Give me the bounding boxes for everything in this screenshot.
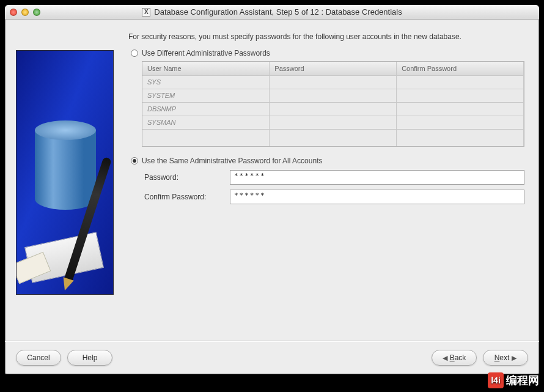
radio-icon <box>131 157 138 165</box>
cell-user: SYS <box>142 75 270 89</box>
cell-password[interactable] <box>270 116 397 129</box>
minimize-icon[interactable] <box>21 9 29 16</box>
col-confirm-password: Confirm Password <box>397 62 524 75</box>
footer: Cancel Help ◀ Back Next ▶ <box>5 341 539 374</box>
radio-same-password[interactable]: Use the Same Administrative Password for… <box>131 157 524 165</box>
window-controls <box>10 9 40 16</box>
col-user-name: User Name <box>142 62 270 75</box>
chevron-left-icon: ◀ <box>443 354 447 362</box>
cell-confirm[interactable] <box>397 89 524 102</box>
cell-user: SYSMAN <box>142 116 270 129</box>
cancel-button[interactable]: Cancel <box>16 350 61 366</box>
chevron-right-icon: ▶ <box>512 354 516 362</box>
radio-icon <box>131 50 138 57</box>
watermark: l4i 编程网 <box>488 372 539 388</box>
cell-password[interactable] <box>270 89 397 102</box>
radio-different-passwords[interactable]: Use Different Administrative Passwords <box>131 49 524 57</box>
app-window: X Database Configuration Assistant, Step… <box>5 5 539 374</box>
window-title: Database Configuration Assistant, Step 5… <box>154 7 402 17</box>
cell-confirm[interactable] <box>397 75 524 89</box>
content-area: For security reasons, you must specify p… <box>5 20 539 341</box>
col-password: Password <box>270 62 397 75</box>
table-row: DBSNMP <box>142 102 524 116</box>
password-row: Password: ****** <box>144 170 524 185</box>
cell-password[interactable] <box>270 102 397 116</box>
cell-confirm[interactable] <box>397 116 524 129</box>
help-button[interactable]: Help <box>67 350 112 366</box>
table-row: SYSMAN <box>142 116 524 129</box>
x11-icon: X <box>142 8 150 17</box>
cell-password[interactable] <box>270 75 397 89</box>
zoom-icon[interactable] <box>33 9 40 16</box>
close-icon[interactable] <box>10 9 17 16</box>
password-label: Password: <box>144 173 224 182</box>
user-password-table: User Name Password Confirm Password SYS <box>142 61 524 147</box>
confirm-password-input[interactable]: ****** <box>230 190 524 204</box>
password-input[interactable]: ****** <box>230 170 524 185</box>
intro-text: For security reasons, you must specify p… <box>128 32 524 42</box>
table-row: SYS <box>142 75 524 89</box>
radio-label: Use the Same Administrative Password for… <box>142 157 322 165</box>
back-button[interactable]: ◀ Back <box>432 350 477 366</box>
cell-user: SYSTEM <box>142 89 270 102</box>
main-panel: For security reasons, you must specify p… <box>114 32 528 335</box>
watermark-badge: l4i <box>488 372 504 388</box>
confirm-password-label: Confirm Password: <box>144 193 224 201</box>
table-row: SYSTEM <box>142 89 524 102</box>
cell-confirm[interactable] <box>397 102 524 116</box>
titlebar: X Database Configuration Assistant, Step… <box>5 5 539 20</box>
table-row-empty <box>142 129 524 146</box>
confirm-password-row: Confirm Password: ****** <box>144 190 524 204</box>
watermark-text: 编程网 <box>506 373 539 388</box>
radio-label: Use Different Administrative Passwords <box>142 49 270 57</box>
cell-user: DBSNMP <box>142 102 270 116</box>
next-button[interactable]: Next ▶ <box>483 350 528 366</box>
wizard-illustration <box>16 50 114 295</box>
